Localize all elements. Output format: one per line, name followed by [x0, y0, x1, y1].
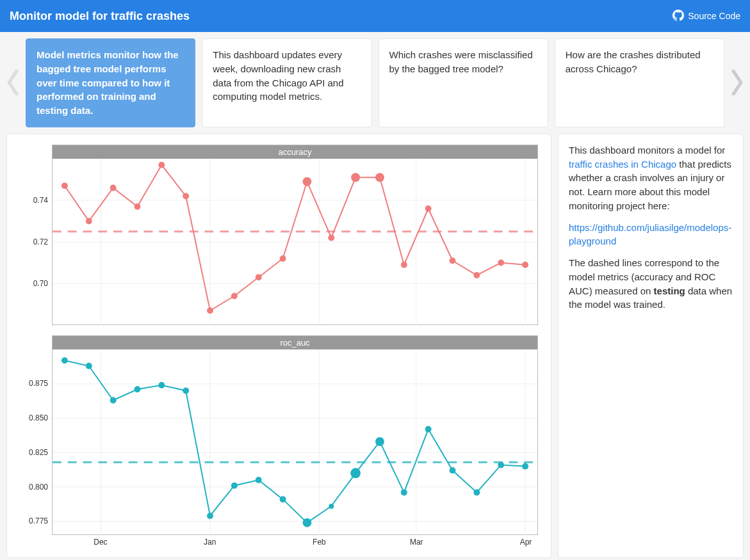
- y-tick-label: 0.875: [29, 379, 48, 388]
- carousel-card-1[interactable]: This dashboard updates every week, downl…: [202, 38, 371, 127]
- x-tick-label: Apr: [520, 538, 532, 547]
- data-point[interactable]: [110, 184, 117, 191]
- data-point[interactable]: [61, 182, 68, 189]
- data-point[interactable]: [110, 397, 117, 403]
- data-point[interactable]: [401, 489, 407, 495]
- data-point[interactable]: [158, 382, 165, 388]
- chevron-right-icon: [728, 70, 746, 95]
- y-tick-label: 0.825: [29, 448, 48, 457]
- main-row: accuracy0.700.720.74roc_auc0.7750.8000.8…: [0, 134, 750, 560]
- facet-header: roc_auc: [52, 335, 538, 349]
- source-code-label: Source Code: [688, 11, 740, 21]
- data-point[interactable]: [183, 387, 189, 394]
- metric-chart: [53, 349, 537, 535]
- carousel-card-3[interactable]: How are the crashes distributed across C…: [555, 38, 724, 127]
- y-tick-label: 0.70: [33, 279, 48, 288]
- data-point[interactable]: [522, 262, 528, 268]
- carousel-next[interactable]: [724, 38, 750, 127]
- y-tick-label: 0.800: [29, 483, 48, 492]
- data-point[interactable]: [86, 363, 92, 369]
- info-panel: This dashboard monitors a model for traf…: [558, 134, 744, 558]
- x-tick-label: Jan: [204, 538, 216, 547]
- data-point[interactable]: [328, 234, 334, 241]
- data-point[interactable]: [183, 193, 189, 199]
- data-point[interactable]: [350, 468, 361, 478]
- x-tick-label: Dec: [94, 538, 107, 547]
- data-point[interactable]: [375, 437, 384, 446]
- y-tick-label: 0.74: [33, 196, 48, 205]
- chevron-left-icon: [4, 70, 22, 95]
- facet-accuracy: accuracy0.700.720.74: [52, 145, 538, 332]
- data-point[interactable]: [375, 173, 384, 182]
- data-point[interactable]: [351, 173, 360, 182]
- data-point[interactable]: [498, 461, 504, 468]
- data-point[interactable]: [425, 205, 432, 212]
- chart-panel: accuracy0.700.720.74roc_auc0.7750.8000.8…: [6, 134, 551, 558]
- cards-carousel: Model metrics monitor how the bagged tre…: [0, 32, 750, 134]
- data-point[interactable]: [207, 513, 213, 519]
- metric-chart: [53, 159, 537, 325]
- data-point[interactable]: [256, 477, 262, 483]
- series-line: [65, 165, 525, 311]
- x-tick-label: Mar: [410, 538, 423, 547]
- carousel-prev[interactable]: [0, 38, 26, 127]
- carousel-card-0[interactable]: Model metrics monitor how the bagged tre…: [26, 38, 195, 127]
- repo-link[interactable]: https://github.com/juliasilge/modelops-p…: [569, 222, 731, 247]
- cards-container: Model metrics monitor how the bagged tre…: [26, 38, 724, 127]
- data-point[interactable]: [280, 255, 286, 262]
- data-point[interactable]: [302, 177, 311, 186]
- data-point[interactable]: [302, 518, 311, 527]
- data-point[interactable]: [473, 489, 480, 495]
- data-point[interactable]: [231, 482, 238, 488]
- data-point[interactable]: [135, 204, 141, 210]
- info-paragraph-2: The dashed lines correspond to the model…: [569, 256, 733, 312]
- data-point[interactable]: [280, 496, 286, 502]
- data-point[interactable]: [135, 386, 141, 392]
- data-point[interactable]: [498, 259, 504, 266]
- data-point[interactable]: [450, 467, 456, 474]
- page-title: Monitor model for traffic crashes: [10, 10, 190, 23]
- data-point[interactable]: [231, 292, 238, 299]
- navbar: Monitor model for traffic crashes Source…: [0, 0, 750, 32]
- data-point[interactable]: [473, 272, 480, 278]
- traffic-crashes-link[interactable]: traffic crashes in Chicago: [569, 159, 676, 170]
- source-code-link[interactable]: Source Code: [673, 10, 740, 23]
- github-icon: [673, 10, 684, 23]
- data-point[interactable]: [207, 307, 213, 314]
- facet-header: accuracy: [52, 145, 538, 159]
- y-tick-label: 0.850: [29, 413, 48, 422]
- data-point[interactable]: [86, 218, 92, 224]
- y-tick-label: 0.775: [29, 516, 48, 525]
- carousel-card-2[interactable]: Which crashes were misclassified by the …: [379, 38, 548, 127]
- data-point[interactable]: [401, 262, 407, 268]
- info-paragraph-1: This dashboard monitors a model for traf…: [569, 143, 733, 213]
- data-point[interactable]: [158, 162, 165, 168]
- series-line: [65, 360, 525, 522]
- data-point[interactable]: [425, 426, 432, 432]
- data-point[interactable]: [61, 357, 68, 364]
- data-point[interactable]: [450, 257, 456, 264]
- data-point[interactable]: [329, 504, 334, 509]
- facet-roc_auc: roc_auc0.7750.8000.8250.8500.875DecJanFe…: [52, 335, 538, 551]
- data-point[interactable]: [256, 274, 262, 280]
- y-tick-label: 0.72: [33, 237, 48, 246]
- data-point[interactable]: [522, 463, 528, 469]
- x-tick-label: Feb: [313, 538, 326, 547]
